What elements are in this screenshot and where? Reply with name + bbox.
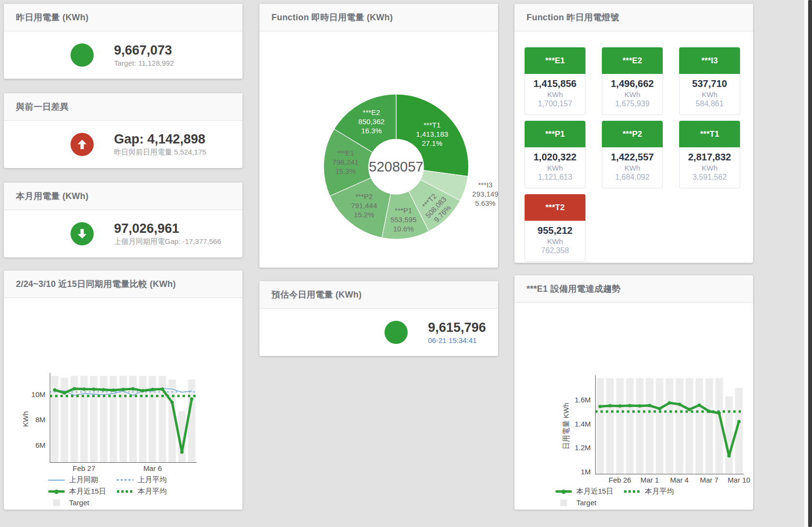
legend-label: 本月平均 bbox=[645, 487, 674, 496]
stat-subtitle: 昨日與前日用電量 5,524,175 bbox=[114, 148, 206, 157]
light-tile-header: ***E1 bbox=[525, 47, 585, 74]
stat-subtitle: 上個月同期用電Gap: -17,377,566 bbox=[114, 237, 221, 246]
light-tile-unit: KWh bbox=[602, 164, 662, 172]
light-tile-value: 1,496,662 bbox=[602, 74, 662, 89]
target-bar bbox=[656, 378, 664, 474]
target-bar bbox=[705, 378, 713, 474]
x-tick-label: Mar 6 bbox=[143, 464, 162, 472]
light-tile-value: 1,020,322 bbox=[525, 147, 585, 163]
legend-item-本月平均[interactable]: 本月平均 bbox=[624, 487, 693, 496]
series-point bbox=[141, 389, 144, 392]
green-status-circle-icon bbox=[71, 43, 94, 67]
legend-item-Target[interactable]: Target bbox=[556, 499, 624, 507]
scrollbar-thumb[interactable] bbox=[808, 0, 812, 527]
target-bar bbox=[725, 396, 733, 474]
series-point bbox=[112, 388, 115, 392]
dashboard: 昨日用電量 (KWh) 9,667,073 Target: 11,128,992… bbox=[0, 0, 812, 527]
series-point bbox=[698, 403, 701, 407]
panel-month: 本月用電量 (KWh) 97,026,961 上個月同期用電Gap: -17,3… bbox=[4, 183, 242, 257]
green-down-arrow-icon bbox=[71, 222, 94, 245]
series-point bbox=[608, 404, 612, 408]
light-tile-body: 1,496,662KWh1,675,939 bbox=[602, 74, 663, 115]
x-tick-label: Mar 1 bbox=[641, 476, 659, 484]
target-bar bbox=[676, 378, 684, 474]
stat-row: Gap: 4,142,898 昨日與前日用電量 5,524,175 bbox=[4, 121, 242, 168]
light-tile-body: 1,020,322KWh1,121,613 bbox=[525, 147, 585, 188]
light-tile-T2: ***T2955,212KWh762,358 bbox=[525, 194, 585, 262]
panel-lights: Function 昨日用電燈號 ***E11,415,856KWh1,700,1… bbox=[514, 4, 753, 263]
series-point bbox=[598, 405, 602, 408]
series-point bbox=[618, 404, 622, 408]
panel-header[interactable]: Function 昨日用電燈號 bbox=[514, 4, 753, 31]
panel-header[interactable]: 2/24~3/10 近15日同期用電量比較 (KWh) bbox=[4, 271, 242, 298]
light-tile-prev-value: 3,591,562 bbox=[680, 173, 740, 182]
panel-title: 預估今日用電量 (KWh) bbox=[271, 289, 362, 300]
target-bar bbox=[685, 378, 693, 474]
legend-label: 上月平均 bbox=[138, 475, 167, 484]
series-point bbox=[737, 420, 741, 423]
series-point bbox=[180, 451, 184, 454]
light-tile-unit: KWh bbox=[680, 164, 740, 172]
panel-title: 與前一日差異 bbox=[16, 101, 69, 113]
legend-marker-square-icon bbox=[556, 499, 572, 506]
y-axis-title: KWh bbox=[21, 411, 29, 427]
target-bar bbox=[61, 378, 68, 462]
legend-item-本月近15日[interactable]: 本月近15日 bbox=[48, 487, 117, 496]
light-tile-I3: ***I3537,710KWh584,861 bbox=[679, 47, 740, 115]
donut-center-total: 5208057 bbox=[369, 159, 424, 174]
trend-legend: 本月近15日本月平均Target bbox=[556, 487, 693, 507]
legend-item-本月近15日[interactable]: 本月近15日 bbox=[556, 487, 624, 496]
series-point bbox=[708, 410, 711, 413]
panel-header[interactable]: ***E1 設備用電達成趨勢 bbox=[514, 275, 753, 303]
light-tile-unit: KWh bbox=[525, 90, 585, 99]
series-point bbox=[668, 401, 671, 405]
light-tile-prev-value: 1,121,613 bbox=[525, 173, 585, 182]
light-tile-prev-value: 584,861 bbox=[680, 100, 740, 108]
light-tile-body: 2,817,832KWh3,591,562 bbox=[679, 147, 740, 188]
series-point bbox=[72, 387, 76, 390]
panel-header[interactable]: 昨日用電量 (KWh) bbox=[4, 4, 242, 31]
light-tile-body: 1,422,557KWh1,684,092 bbox=[602, 147, 663, 188]
panel-header[interactable]: 本月用電量 (KWh) bbox=[4, 183, 242, 210]
legend-marker-dot-thick-icon bbox=[624, 488, 641, 495]
panel-header[interactable]: 與前一日差異 bbox=[4, 93, 242, 121]
legend-item-上月同期[interactable]: 上月同期 bbox=[48, 475, 117, 484]
trend-chart: 1M1.2M1.4M1.6MFeb 26Mar 1Mar 4Mar 7Mar 1… bbox=[514, 357, 753, 502]
light-tile-T1: ***T12,817,832KWh3,591,562 bbox=[679, 121, 740, 188]
light-tile-header: ***P2 bbox=[602, 121, 663, 147]
panel-estimate: 預估今日用電量 (KWh) 9,615,796 06-21 15:34:41 bbox=[259, 281, 498, 356]
panel-trend-chart: ***E1 設備用電達成趨勢 1M1.2M1.4M1.6MFeb 26Mar 1… bbox=[514, 275, 753, 510]
panel-header[interactable]: Function 即時日用電量 (KWh) bbox=[259, 4, 498, 31]
series-point bbox=[82, 387, 85, 391]
legend-label: 本月近15日 bbox=[69, 487, 106, 496]
x-tick-label: Mar 10 bbox=[727, 476, 750, 484]
lights-grid: ***E11,415,856KWh1,700,157***E21,496,662… bbox=[514, 31, 753, 262]
y-tick-label: 1M bbox=[581, 468, 591, 476]
x-tick-label: Feb 27 bbox=[73, 464, 96, 472]
light-tile-header: ***I3 bbox=[679, 47, 740, 74]
light-tile-E2: ***E21,496,662KWh1,675,939 bbox=[602, 47, 663, 115]
panel-yesterday: 昨日用電量 (KWh) 9,667,073 Target: 11,128,992 bbox=[4, 4, 242, 79]
legend-item-本月平均[interactable]: 本月平均 bbox=[117, 487, 185, 496]
compare-legend: 上月同期上月平均本月近15日本月平均Target bbox=[48, 475, 185, 507]
series-point bbox=[171, 400, 174, 404]
legend-marker-line-icon bbox=[48, 477, 65, 484]
series-point bbox=[102, 388, 105, 391]
legend-label: 上月同期 bbox=[69, 475, 98, 484]
light-tile-E1: ***E11,415,856KWh1,700,157 bbox=[525, 47, 585, 115]
stat-value: 9,667,073 bbox=[114, 43, 174, 57]
panel-realtime-donut: Function 即時日用電量 (KWh) ***T11,413,18327.1… bbox=[259, 4, 498, 268]
panel-header[interactable]: 預估今日用電量 (KWh) bbox=[259, 281, 498, 309]
legend-item-上月平均[interactable]: 上月平均 bbox=[117, 475, 185, 484]
light-tile-value: 1,415,856 bbox=[525, 74, 585, 89]
series-point bbox=[122, 388, 125, 391]
legend-item-Target[interactable]: Target bbox=[48, 499, 117, 507]
legend-marker-square-icon bbox=[48, 499, 65, 506]
red-up-arrow-icon bbox=[71, 133, 94, 156]
stat-subtitle: Target: 11,128,992 bbox=[114, 59, 174, 67]
series-point bbox=[161, 387, 164, 391]
y-tick-label: 10M bbox=[31, 390, 45, 399]
realtime-donut: ***T11,413,18327.1%***I3293,1495.63%***T… bbox=[259, 31, 498, 268]
light-tile-prev-value: 1,684,092 bbox=[602, 173, 662, 182]
x-tick-label: Mar 4 bbox=[670, 476, 688, 484]
